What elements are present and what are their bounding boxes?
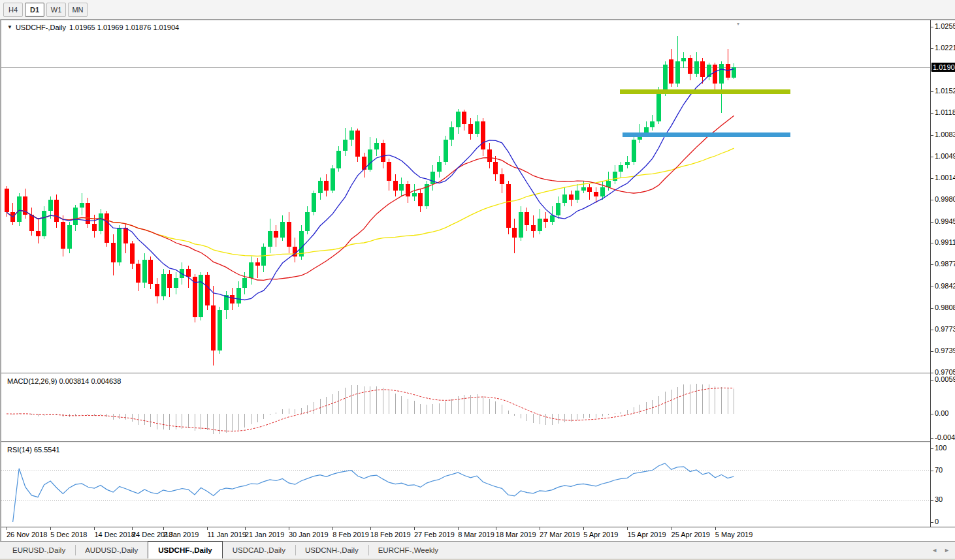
time-axis-tick bbox=[672, 527, 672, 530]
price-axis[interactable]: 1.01904 1.025501.022101.018701.015201.01… bbox=[930, 20, 955, 527]
price-axis-label: 0.97730 bbox=[935, 325, 955, 333]
price-axis-label-tick bbox=[931, 264, 933, 265]
price-axis-label-tick bbox=[931, 330, 933, 330]
macd-axis-label-tick bbox=[931, 380, 933, 381]
price-axis-label: 1.02210 bbox=[935, 44, 955, 52]
chart-shift-marker-icon[interactable]: ▾ bbox=[737, 21, 739, 27]
price-axis-label: 0.99450 bbox=[935, 217, 955, 225]
time-axis-tick bbox=[715, 527, 716, 530]
time-axis-tick bbox=[458, 527, 459, 530]
rsi-axis-label: 0 bbox=[935, 518, 939, 525]
price-axis-label-tick bbox=[931, 308, 933, 309]
price-axis-label-tick bbox=[931, 135, 933, 136]
macd-axis-label: -0.004243 bbox=[935, 433, 955, 441]
rsi-label: RSI(14) 65.5541 bbox=[7, 446, 60, 454]
chart-tab-usdchf[interactable]: USDCHF-,Daily bbox=[148, 541, 222, 559]
time-axis-label: 2 Jan 2019 bbox=[163, 531, 199, 538]
macd-axis-label-tick bbox=[931, 414, 933, 414]
chart-symbol-label: USDCHF-,Daily bbox=[16, 23, 66, 31]
price-axis-label: 1.00140 bbox=[935, 174, 955, 181]
chart-tab-audusd[interactable]: AUDUSD-,Daily bbox=[75, 542, 148, 559]
time-axis-tick bbox=[132, 527, 133, 530]
price-axis-label-tick bbox=[931, 351, 933, 352]
time-axis-tick bbox=[289, 527, 289, 530]
time-axis-tick bbox=[50, 527, 51, 530]
timeframe-button-w1[interactable]: W1 bbox=[46, 3, 66, 17]
price-axis-label: 1.01180 bbox=[935, 108, 955, 116]
price-axis-label: 0.99800 bbox=[935, 195, 955, 203]
price-chart-pane[interactable]: ▼ USDCHF-,Daily 1.01965 1.01969 1.01876 … bbox=[1, 21, 930, 373]
time-axis-label: 8 Feb 2019 bbox=[332, 531, 369, 538]
price-axis-label-tick bbox=[931, 157, 933, 157]
price-axis-label: 1.01520 bbox=[935, 87, 955, 95]
macd-label: MACD(12,26,9) 0.003814 0.004638 bbox=[7, 377, 121, 385]
price-axis-label-tick bbox=[931, 287, 933, 287]
time-axis-tick bbox=[207, 527, 208, 530]
chart-tab-bar: EURUSD-,DailyAUDUSD-,DailyUSDCHF-,DailyU… bbox=[0, 541, 955, 559]
time-axis-label: 21 Jan 2019 bbox=[245, 531, 285, 538]
rsi-indicator-pane[interactable]: RSI(14) 65.5541 bbox=[1, 443, 930, 527]
chart-tab-eurchf[interactable]: EURCHF-,Weekly bbox=[368, 542, 448, 559]
chart-tab-usdcnh[interactable]: USDCNH-,Daily bbox=[295, 542, 368, 559]
chart-title: ▼ USDCHF-,Daily 1.01965 1.01969 1.01876 … bbox=[7, 23, 179, 31]
tab-scroll-right-icon[interactable]: ► bbox=[944, 547, 950, 553]
price-axis-label: 1.00490 bbox=[935, 152, 955, 160]
time-axis-tick bbox=[370, 527, 371, 530]
time-axis-tick bbox=[414, 527, 415, 530]
rsi-axis-label-tick bbox=[931, 471, 933, 471]
time-axis-label: 18 Feb 2019 bbox=[370, 531, 411, 538]
chart-tab-eurusd[interactable]: EURUSD-,Daily bbox=[3, 542, 75, 559]
price-axis-label: 0.99110 bbox=[935, 238, 955, 246]
price-axis-label: 1.00830 bbox=[935, 131, 955, 138]
time-axis-tick bbox=[627, 527, 628, 530]
rsi-axis-label: 30 bbox=[935, 495, 943, 503]
timeframe-button-d1[interactable]: D1 bbox=[25, 3, 44, 17]
chart-window[interactable]: ▼ USDCHF-,Daily 1.01965 1.01969 1.01876 … bbox=[0, 20, 955, 541]
macd-axis-label-tick bbox=[931, 438, 933, 439]
time-axis-tick bbox=[540, 527, 540, 530]
timeframe-button-mn[interactable]: MN bbox=[68, 3, 88, 17]
price-axis-label: 0.98770 bbox=[935, 260, 955, 268]
time-axis-label: 27 Mar 2019 bbox=[540, 531, 580, 538]
price-axis-label: 0.98420 bbox=[935, 282, 955, 290]
price-axis-label: 1.02550 bbox=[935, 22, 955, 30]
rsi-axis-label-tick bbox=[931, 500, 933, 501]
time-axis-tick bbox=[7, 527, 7, 530]
time-axis-tick bbox=[245, 527, 246, 530]
price-axis-label-tick bbox=[931, 48, 933, 49]
price-axis-label-tick bbox=[931, 222, 933, 223]
macd-indicator-pane[interactable]: MACD(12,26,9) 0.003814 0.004638 bbox=[1, 375, 930, 442]
time-axis-tick bbox=[94, 527, 95, 530]
rsi-axis-label-tick bbox=[931, 448, 933, 449]
price-axis-label-tick bbox=[931, 113, 933, 114]
chart-dropdown-icon[interactable]: ▼ bbox=[7, 25, 12, 30]
time-axis-label: 8 Mar 2019 bbox=[458, 531, 494, 538]
time-axis-label: 5 May 2019 bbox=[715, 531, 753, 538]
price-axis-label-tick bbox=[931, 200, 933, 200]
price-axis-label-tick bbox=[931, 178, 933, 179]
current-price-tag: 1.01904 bbox=[931, 63, 955, 72]
tab-scroll-left-icon[interactable]: ◄ bbox=[931, 547, 937, 553]
price-axis-label: 0.97390 bbox=[935, 347, 955, 354]
time-axis-label: 26 Nov 2018 bbox=[7, 531, 47, 538]
time-axis-tick bbox=[583, 527, 584, 530]
rsi-axis-label: 100 bbox=[935, 444, 947, 452]
price-axis-label: 0.98080 bbox=[935, 303, 955, 311]
time-axis-label: 14 Dec 2018 bbox=[94, 531, 135, 538]
price-axis-label-tick bbox=[931, 373, 933, 373]
rsi-axis-label: 70 bbox=[935, 466, 943, 474]
macd-axis-label: 0.00 bbox=[935, 409, 948, 417]
macd-axis-label: 0.00597 bbox=[935, 375, 955, 383]
time-axis[interactable]: 26 Nov 20185 Dec 201814 Dec 201824 Dec 2… bbox=[1, 527, 955, 542]
timeframe-toolbar: H4D1W1MN bbox=[0, 0, 955, 20]
time-axis-label: 25 Apr 2019 bbox=[672, 531, 710, 538]
price-axis-label-tick bbox=[931, 91, 933, 92]
time-axis-tick bbox=[163, 527, 164, 530]
timeframe-button-h4[interactable]: H4 bbox=[3, 3, 23, 17]
time-axis-label: 15 Apr 2019 bbox=[627, 531, 666, 538]
time-axis-label: 11 Jan 2019 bbox=[207, 531, 246, 538]
chart-tab-usdcad[interactable]: USDCAD-,Daily bbox=[223, 542, 295, 559]
price-axis-label-tick bbox=[931, 27, 933, 27]
time-axis-label: 30 Jan 2019 bbox=[289, 531, 329, 538]
rsi-axis-label-tick bbox=[931, 522, 933, 523]
